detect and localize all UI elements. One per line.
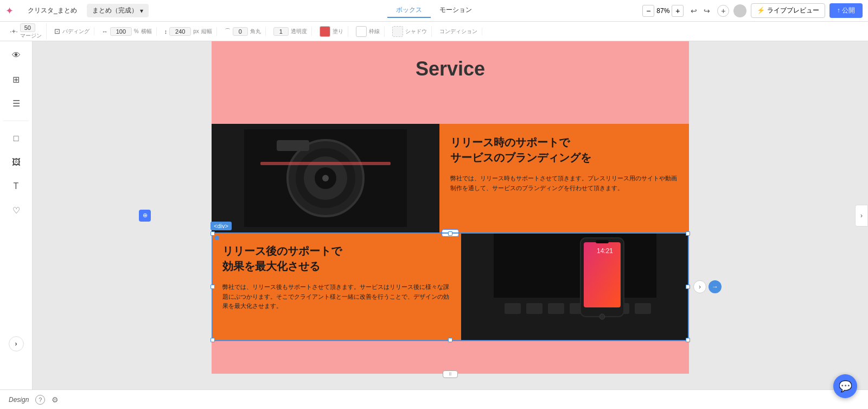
publish-button[interactable]: ↑ 公開: [829, 3, 863, 18]
svg-rect-7: [260, 162, 391, 165]
svg-point-22: [599, 314, 605, 319]
align-center-icon[interactable]: ⊕: [139, 210, 151, 222]
image-icon: 🖼: [12, 158, 21, 167]
width-arrow-icon: ↔: [102, 28, 108, 35]
shadow-color-swatch[interactable]: [392, 26, 403, 37]
height-unit: px: [193, 28, 199, 34]
service-row-2-container: <div> リリース後のサポートで効果を最大化させる 弊社では、リリース後もサポ…: [212, 232, 689, 341]
width-value[interactable]: 100: [110, 27, 132, 36]
sidebar-item-display[interactable]: 👁: [8, 47, 25, 64]
row2-heading: リリース後のサポートで効果を最大化させる: [222, 243, 450, 274]
sidebar-item-box[interactable]: □: [8, 130, 25, 147]
width-label: 横幅: [141, 28, 152, 35]
condition-label: コンディション: [439, 28, 477, 35]
border-color-swatch[interactable]: [356, 26, 367, 37]
corner-value[interactable]: 0: [233, 27, 248, 36]
svg-rect-6: [277, 140, 309, 151]
sidebar-item-stack[interactable]: ☰: [8, 95, 25, 112]
layout-icon: ⊞: [12, 74, 20, 85]
zoom-out-button[interactable]: −: [642, 5, 654, 17]
section-title: Service: [222, 58, 678, 80]
help-icon[interactable]: ?: [35, 395, 45, 405]
tab-box[interactable]: ボックス: [387, 3, 431, 18]
opacity-label: 透明度: [291, 28, 307, 35]
live-preview-button[interactable]: ⚡ ライブプレビュー: [751, 3, 825, 18]
svg-rect-10: [505, 303, 521, 314]
top-toolbar: ✦ クリスタ_まとめ まとめ（完成） ▾ ボックス モーション − 87% + …: [0, 0, 868, 22]
tab-2[interactable]: まとめ（完成） ▾: [87, 4, 149, 17]
stack-icon: ☰: [12, 98, 20, 109]
box-icon: □: [14, 134, 19, 143]
text-icon: T: [14, 181, 19, 191]
redo-button[interactable]: ↪: [701, 5, 713, 17]
height-label: 縦幅: [201, 28, 212, 35]
text-panel-row2: リリース後のサポートで効果を最大化させる 弊社では、リリース後もサポートさせて頂…: [212, 232, 461, 341]
resize-handle-bottom[interactable]: ⠿: [443, 370, 458, 378]
tab-motion[interactable]: モーション: [431, 3, 481, 18]
service-row-1: リリース時のサポートでサービスのブランディングを 弊社では、リリース時もサポート…: [212, 124, 689, 232]
fill-label: 塗り: [333, 28, 343, 35]
camera-image: [212, 124, 439, 232]
sidebar-item-text[interactable]: T: [8, 178, 25, 195]
sidebar-expand-button[interactable]: ›: [9, 336, 24, 351]
margin-group: ·+· 50 マージン: [5, 23, 47, 40]
text-panel-row1: リリース時のサポートでサービスのブランディングを 弊社では、リリース時もサポート…: [439, 124, 689, 232]
zoom-controls: − 87% +: [642, 5, 684, 17]
sidebar-item-image[interactable]: 🖼: [8, 154, 25, 171]
zoom-in-button[interactable]: +: [672, 5, 684, 17]
zoom-level: 87%: [656, 7, 669, 15]
border-group: 枠線: [352, 26, 385, 37]
chat-bubble[interactable]: 💬: [833, 374, 857, 398]
fill-color-swatch[interactable]: [320, 26, 330, 37]
margin-label: マージン: [20, 32, 42, 40]
sidebar-item-heart[interactable]: ♡: [8, 202, 25, 219]
section-header: Service: [212, 41, 689, 91]
app-logo: ✦: [5, 5, 14, 17]
height-arrow-icon: ↕: [164, 28, 168, 35]
add-button[interactable]: +: [717, 5, 729, 17]
margin-icon: ·+·: [10, 27, 18, 35]
right-sidebar-expand[interactable]: ›: [855, 205, 868, 226]
corner-icon: ⌒: [225, 27, 231, 35]
svg-rect-16: [635, 303, 651, 314]
condition-group: コンディション: [435, 28, 482, 35]
height-group: ↕ 240 px 縦幅: [160, 27, 217, 36]
tab-1[interactable]: クリスタ_まとめ: [22, 4, 82, 17]
pink-band-top: [212, 91, 689, 124]
height-value[interactable]: 240: [169, 27, 191, 36]
row2-body: 弊社では、リリース後もサポートさせて頂きます。サービスはリリース後に様々な課題に…: [222, 282, 450, 311]
shadow-label: シャドウ: [405, 28, 427, 35]
shadow-group: シャドウ: [388, 26, 432, 37]
bottom-bar: Design ? ⚙: [0, 389, 868, 409]
opacity-value[interactable]: 1: [273, 27, 289, 36]
settings-icon[interactable]: ⚙: [52, 395, 59, 404]
arrow-right-icon[interactable]: →: [709, 280, 722, 293]
service-row-2: リリース後のサポートで効果を最大化させる 弊社では、リリース後もサポートさせて頂…: [212, 232, 689, 341]
border-label: 枠線: [369, 28, 380, 35]
div-badge: <div>: [210, 222, 232, 230]
undo-button[interactable]: ↩: [688, 5, 700, 17]
svg-rect-21: [596, 240, 609, 243]
sidebar-item-layout[interactable]: ⊞: [8, 71, 25, 88]
svg-text:14:21: 14:21: [597, 247, 613, 255]
corner-group: ⌒ 0 角丸: [220, 27, 266, 36]
properties-toolbar: ·+· 50 マージン ⊡ パディング ↔ 100 % 横幅 ↕ 240 px …: [0, 22, 868, 41]
phone-image: 14:21: [461, 232, 689, 341]
left-sidebar: 👁 ⊞ ☰ □ 🖼 T ♡ ›: [0, 41, 33, 389]
center-tabs: ボックス モーション: [387, 3, 481, 18]
canvas-area: ⊕ Service: [33, 41, 868, 389]
margin-value[interactable]: 50: [20, 23, 35, 32]
padding-icon: ⊡: [54, 27, 60, 35]
width-unit: %: [134, 28, 139, 34]
svg-point-5: [322, 175, 329, 181]
fill-group: 塗り: [315, 26, 348, 37]
page-content: Service リリース時のサポートでサービスの: [212, 41, 689, 374]
pink-band-bottom: [212, 341, 689, 374]
toolbar-right: − 87% + ↩ ↪ + ⚡ ライブプレビュー ↑ 公開: [642, 3, 863, 18]
avatar: [733, 4, 746, 17]
width-group: ↔ 100 % 横幅: [98, 27, 157, 36]
expand-right-icon[interactable]: ›: [693, 280, 706, 293]
row1-heading: リリース時のサポートでサービスのブランディングを: [450, 135, 678, 165]
display-icon: 👁: [12, 51, 21, 60]
design-label[interactable]: Design: [9, 396, 29, 404]
